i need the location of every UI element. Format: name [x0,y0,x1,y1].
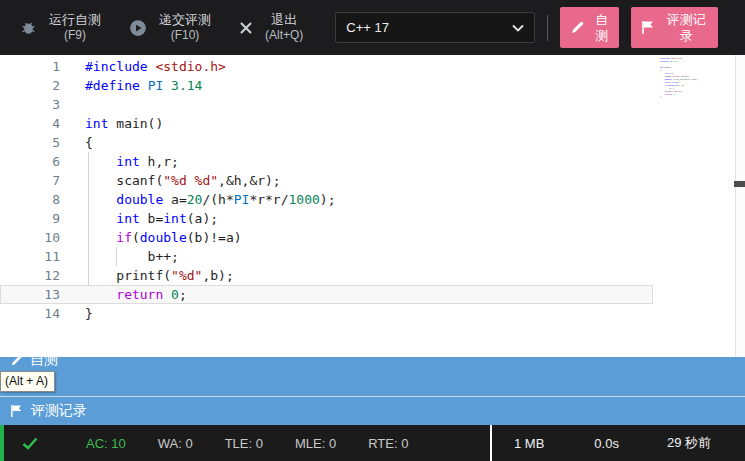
code-line[interactable]: 12 printf("%d",b); [0,266,653,285]
toolbar-divider [547,15,548,41]
line-number: 2 [0,76,60,95]
code-line[interactable]: 8 double a=20/(h*PI*r*r/1000); [0,190,653,209]
code-line[interactable]: 13 return 0; [0,285,653,304]
line-number: 14 [0,304,60,323]
flag-icon [641,20,655,35]
code-line[interactable]: 11 b++; [0,247,653,266]
language-select-value: C++ 17 [346,20,389,35]
code-line: } [656,95,702,98]
shortcut-tooltip-text: (Alt + A) [5,374,48,388]
stat-ac: AC: 10 [86,436,126,451]
code-line[interactable]: 6 int h,r; [0,152,653,171]
judge-result-row[interactable]: AC: 10 WA: 0 TLE: 0 MLE: 0 RTE: 0 1 MB 0… [0,425,745,461]
stat-rte: RTE: 0 [368,436,408,451]
run-self-test-button[interactable]: 运行自测 (F9) [6,0,115,55]
code-line[interactable]: 14} [0,304,653,323]
judge-record-panel-header[interactable]: 评测记录 [0,397,745,425]
line-number: 11 [0,247,60,266]
scrollbar-thumb[interactable] [734,181,745,187]
editor-scrollbar[interactable] [735,55,745,357]
code-lines[interactable]: 1#include <stdio.h>2#define PI 3.1434int… [0,57,653,323]
code-line[interactable]: 5{ [0,133,653,152]
submit-judge-shortcut: (F10) [171,28,200,43]
line-number: 12 [0,266,60,285]
pencil-icon [570,20,585,35]
minimap[interactable]: #include <stdio.h>#define PI 3.14int mai… [656,57,702,177]
code-line[interactable]: 10 if(double(b)!=a) [0,228,653,247]
memory-used: 1 MB [514,436,544,451]
line-number: 3 [0,95,60,114]
bug-icon [20,19,37,36]
judge-record-button[interactable]: 评测记录 [631,7,718,48]
time-used: 0.0s [594,436,619,451]
close-icon [239,21,253,35]
line-number: 4 [0,114,60,133]
submit-judge-label: 递交评测 [159,12,211,28]
result-divider [490,425,492,461]
submitted-when: 29 秒前 [667,434,711,452]
exit-shortcut: (Alt+Q) [265,28,303,43]
run-self-test-shortcut: (F9) [64,28,86,43]
judge-record-panel-title: 评测记录 [31,402,87,420]
code-line[interactable]: 4int main() [0,114,653,133]
self-test-button-label: 自测 [594,12,609,43]
line-number: 9 [0,209,60,228]
code-line[interactable]: 9 int b=int(a); [0,209,653,228]
self-test-panel-title: 自测 [30,357,58,369]
self-test-panel-header[interactable]: 自测 [0,357,745,396]
pencil-icon [10,357,23,367]
flag-icon [10,404,23,418]
code-line[interactable]: 3 [0,95,653,114]
line-number: 13 [0,285,60,304]
code-line[interactable]: 1#include <stdio.h> [0,57,653,76]
self-test-button[interactable]: 自测 [560,7,619,48]
language-select[interactable]: C++ 17 [335,12,535,43]
run-self-test-label: 运行自测 [49,12,101,28]
play-icon [129,19,147,37]
line-number: 1 [0,57,60,76]
line-number: 5 [0,133,60,152]
stat-mle: MLE: 0 [295,436,336,451]
stat-tle: TLE: 0 [225,436,263,451]
submit-judge-button[interactable]: 递交评测 (F10) [115,0,225,55]
judge-record-button-label: 评测记录 [664,12,708,43]
online-judge-ide: 运行自测 (F9) 递交评测 (F10) 退出 (Alt+Q) C++ 17 [0,0,745,461]
code-editor[interactable]: 1#include <stdio.h>2#define PI 3.1434int… [0,55,745,357]
minimap-code: #include <stdio.h>#define PI 3.14int mai… [656,57,702,98]
stat-wa: WA: 0 [158,436,193,451]
line-number: 7 [0,171,60,190]
exit-label: 退出 [271,12,297,28]
code-line[interactable]: 2#define PI 3.14 [0,76,653,95]
line-number: 10 [0,228,60,247]
shortcut-tooltip: (Alt + A) [0,371,55,392]
line-number: 6 [0,152,60,171]
exit-button[interactable]: 退出 (Alt+Q) [225,0,317,55]
line-number: 8 [0,190,60,209]
chevron-down-icon [512,24,524,32]
toolbar: 运行自测 (F9) 递交评测 (F10) 退出 (Alt+Q) C++ 17 [0,0,745,55]
check-icon [22,437,38,450]
code-line[interactable]: 7 scanf("%d %d",&h,&r); [0,171,653,190]
